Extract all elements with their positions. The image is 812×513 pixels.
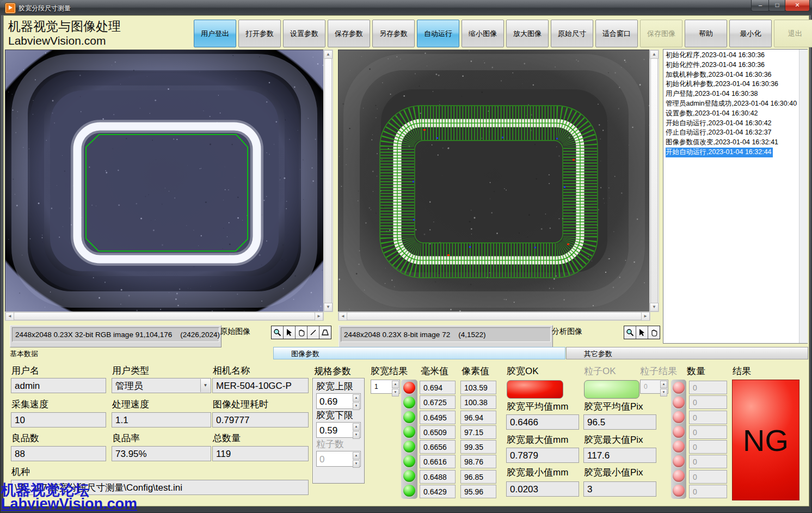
original-hscrollbar[interactable]: ◄► xyxy=(5,312,324,321)
glue-lower-field[interactable]: 0.59 ▲▼ xyxy=(316,422,361,438)
analysis-hscrollbar[interactable]: ◄► xyxy=(338,312,650,321)
minimize-app-button[interactable]: 最小化 xyxy=(729,20,772,47)
zoom-icon[interactable] xyxy=(272,326,284,339)
log-entry[interactable]: 设置参数,2023-01-04 16:30:42 xyxy=(666,109,807,119)
zoom-in-button[interactable]: 放大图像 xyxy=(506,20,549,47)
analysis-status-bar: 2448x2048 0.23X 8-bit image 72 (4,1522) xyxy=(339,325,553,347)
status-led xyxy=(403,396,415,408)
cursor-icon[interactable] xyxy=(636,326,648,339)
original-vscrollbar[interactable]: ▲▼ xyxy=(323,50,333,312)
particle-ok-label: 粒子OK xyxy=(584,365,616,377)
camera-label: 相机名称 xyxy=(213,364,250,377)
mm-value: 0.6488 xyxy=(420,470,456,484)
glue-min-mm-field: 0.0203 xyxy=(506,481,579,497)
glue-avg-pix-field: 96.5 xyxy=(583,414,656,430)
good-count-label: 良品数 xyxy=(11,432,39,444)
glue-min-mm-label: 胶宽最小值mm xyxy=(507,466,568,479)
analysis-vscrollbar[interactable]: ▲▼ xyxy=(649,50,659,312)
glue-ok-label: 胶宽OK xyxy=(507,365,539,377)
open-params-button[interactable]: 打开参数 xyxy=(238,20,281,47)
glue-lower-label: 胶宽下限 xyxy=(316,409,361,422)
auto-run-button[interactable]: 自动运行 xyxy=(417,20,459,47)
count-column: 0 0 0 0 0 0 0 0 xyxy=(689,381,727,498)
status-led xyxy=(673,426,685,438)
count-value: 0 xyxy=(689,395,727,409)
tab-basic-data[interactable]: 基本数据 xyxy=(10,349,38,359)
log-entry[interactable]: 管理员admin登陆成功,2023-01-04 16:30:40 xyxy=(666,99,807,109)
result-indicator: NG xyxy=(732,380,799,500)
event-log[interactable]: 初始化程序,2023-01-04 16:30:36 初始化控件,2023-01-… xyxy=(663,49,808,344)
log-entry[interactable]: 初始化程序,2023-01-04 16:30:36 xyxy=(666,51,807,60)
tab-image-params[interactable]: 图像参数 xyxy=(273,347,565,359)
save-as-params-button[interactable]: 另存参数 xyxy=(372,20,415,47)
usertype-label: 用户类型 xyxy=(112,364,149,377)
save-params-button[interactable]: 保存参数 xyxy=(328,20,370,47)
glue-lower-value: 0.59 xyxy=(319,425,337,436)
set-params-button[interactable]: 设置参数 xyxy=(283,20,325,47)
pix-value: 97.15 xyxy=(460,425,496,439)
good-rate-field: 73.95% xyxy=(112,446,211,461)
window-maximize-button[interactable]: □ xyxy=(768,0,786,11)
fit-window-button[interactable]: 适合窗口 xyxy=(595,20,638,47)
cursor-icon[interactable] xyxy=(284,326,296,339)
pix-value: 103.59 xyxy=(460,381,496,394)
polygon-icon[interactable] xyxy=(319,326,331,339)
log-entry[interactable]: 用户登陆,2023-01-04 16:30:38 xyxy=(666,89,807,99)
original-size-button[interactable]: 原始尺寸 xyxy=(551,20,593,47)
original-status-bar: 2448x2048 0.23X 32-bit RGB image 91,104,… xyxy=(10,325,222,347)
count-column-header: 数量 xyxy=(687,365,705,377)
zoom-icon[interactable] xyxy=(624,326,636,339)
mm-value: 0.6509 xyxy=(420,425,456,439)
window-close-button[interactable]: ✕ xyxy=(785,0,810,11)
chevron-down-icon[interactable]: ▼ xyxy=(200,379,210,392)
analysis-panel-label: 分析图像 xyxy=(552,327,582,337)
mm-value-column: 0.694 0.6725 0.6495 0.6509 0.6656 0.6616… xyxy=(420,381,456,498)
glue-min-pix-field: 3 xyxy=(583,481,656,497)
status-led xyxy=(403,441,415,453)
log-entry[interactable]: 停止自动运行,2023-01-04 16:32:37 xyxy=(666,128,807,138)
capture-speed-label: 采集速度 xyxy=(11,398,48,411)
spinner-arrows-icon[interactable]: ▲▼ xyxy=(392,381,399,397)
status-led xyxy=(403,470,415,482)
log-entry[interactable]: 初始化机种参数,2023-01-04 16:30:36 xyxy=(666,80,807,89)
glue-result-index-value: 1 xyxy=(374,383,378,390)
log-entry[interactable]: 初始化控件,2023-01-04 16:30:36 xyxy=(666,60,807,70)
log-entry[interactable]: 加载机种参数,2023-01-04 16:30:36 xyxy=(666,70,807,80)
spec-group-title: 规格参数 xyxy=(314,365,351,377)
usertype-dropdown[interactable]: 管理员 ▼ xyxy=(112,378,211,393)
spinner-arrows-icon[interactable]: ▲▼ xyxy=(353,394,360,411)
glue-ok-indicator xyxy=(507,380,563,399)
logout-button[interactable]: 用户登出 xyxy=(194,20,236,47)
window-minimize-button[interactable]: – xyxy=(751,0,770,11)
log-entry-selected[interactable]: 开始自动运行,2023-01-04 16:32:44 xyxy=(666,148,773,157)
zoom-out-button[interactable]: 缩小图像 xyxy=(462,20,504,47)
usertype-value: 管理员 xyxy=(115,381,143,391)
log-entry[interactable]: 开始自动运行,2023-01-04 16:30:42 xyxy=(666,119,807,129)
tab-other-params[interactable]: 其它参数 xyxy=(566,347,808,359)
username-field[interactable]: admin xyxy=(11,378,106,393)
line-icon[interactable] xyxy=(307,326,319,339)
glue-upper-field[interactable]: 0.69 ▲▼ xyxy=(316,393,361,409)
glue-result-index-spinner[interactable]: 1 ▲▼ xyxy=(371,380,400,394)
status-led xyxy=(673,382,685,394)
log-scrollbar[interactable] xyxy=(799,50,808,343)
original-tool-palette xyxy=(271,326,331,339)
glue-upper-label: 胶宽上限 xyxy=(316,380,361,393)
pix-value: 96.94 xyxy=(460,411,496,424)
result-value: NG xyxy=(743,423,789,458)
pan-icon[interactable] xyxy=(296,326,307,339)
app-icon xyxy=(5,3,16,14)
original-image-canvas[interactable] xyxy=(5,50,324,312)
analysis-image-canvas[interactable] xyxy=(338,50,650,312)
status-led xyxy=(673,441,685,453)
status-led xyxy=(403,411,415,423)
pan-icon[interactable] xyxy=(648,326,660,339)
count-value: 0 xyxy=(689,485,727,498)
particle-result-value: 0 xyxy=(644,383,648,390)
mm-value: 0.6429 xyxy=(420,485,456,498)
original-status-text: 2448x2048 0.23X 32-bit RGB image 91,104,… xyxy=(12,327,219,342)
spinner-arrows-icon[interactable]: ▲▼ xyxy=(353,423,360,439)
help-button[interactable]: 帮助 xyxy=(685,20,727,47)
log-entry[interactable]: 图像参数值改变,2023-01-04 16:32:41 xyxy=(666,138,807,148)
watermark-line2: LabviewVision.com xyxy=(1,496,137,512)
